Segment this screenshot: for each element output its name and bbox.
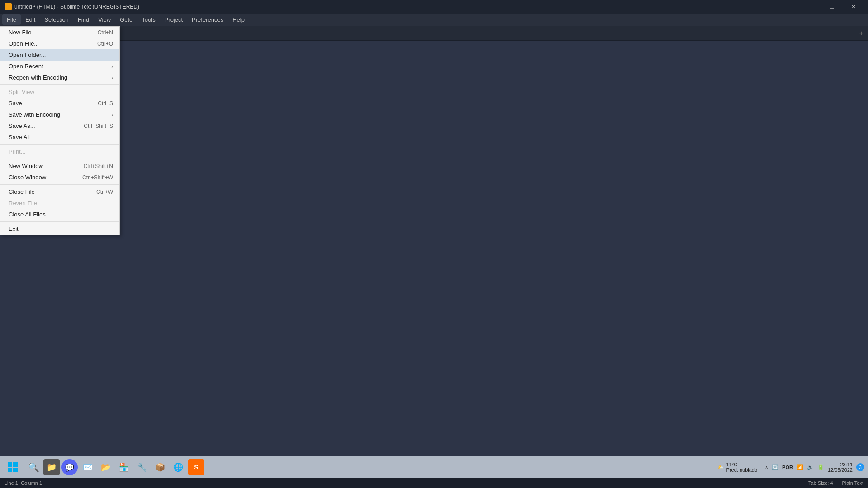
menu-item-shortcut: Ctrl+N [98,29,113,36]
menu-item-label: Save As... [9,122,84,129]
menu-item-close-all-files[interactable]: Close All Files [0,209,119,220]
menu-item-new-file[interactable]: New File Ctrl+N [0,27,119,38]
menu-separator [0,144,119,145]
menu-item-label: Open Folder... [9,52,113,58]
close-button[interactable]: ✕ [843,0,863,14]
wifi-icon[interactable]: 📶 [797,464,803,470]
menu-item-shortcut: Ctrl+O [97,41,113,47]
tab-add-button[interactable]: + [855,29,868,38]
time-display: 23:11 [828,462,853,467]
menu-item-label: Save All [9,134,113,141]
svg-rect-2 [8,468,12,472]
statusbar-right: Tab Size: 4 Plain Text [808,480,863,486]
menu-item-label: Open File... [9,40,97,47]
editor-area[interactable] [0,41,868,465]
weather-widget: 🌤️ 11°C Pred. nublado [714,461,762,474]
dropbox-button[interactable]: 📦 [152,459,168,475]
menu-item-exit[interactable]: Exit [0,223,119,235]
menu-item-save[interactable]: Save Ctrl+S [0,98,119,109]
menu-item-open-recent[interactable]: Open Recent › [0,61,119,72]
menu-item-shortcut: Ctrl+S [98,100,113,107]
folder-button[interactable]: 📂 [98,459,114,475]
menu-item-save-all[interactable]: Save All [0,131,119,143]
minimize-button[interactable]: — [801,0,821,14]
sublime-text-button[interactable]: S [188,459,204,475]
menu-goto[interactable]: Goto [115,14,137,25]
menu-item-new-window[interactable]: New Window Ctrl+Shift+N [0,160,119,172]
app-icon [5,3,12,10]
menu-item-label: Revert File [9,200,113,206]
file-menu-dropdown: New File Ctrl+N Open File... Ctrl+O Open… [0,26,120,235]
menu-file[interactable]: File [2,14,21,25]
store-button[interactable]: 🏪 [116,459,132,475]
volume-icon[interactable]: 🔊 [807,464,814,470]
svg-rect-0 [8,462,12,467]
submenu-arrow-icon: › [111,75,113,80]
window-title: untitled • (HTML) - Sublime Text (UNREGI… [14,4,801,10]
menu-item-close-file[interactable]: Close File Ctrl+W [0,186,119,197]
menu-item-label: Print... [9,148,113,155]
menu-item-label: Close All Files [9,211,113,218]
menu-item-reopen-encoding[interactable]: Reopen with Encoding › [0,72,119,83]
menu-preferences[interactable]: Preferences [187,14,228,25]
taskbar-right: 🌤️ 11°C Pred. nublado ∧ 🔄 POR 📶 🔊 🔋 23:1… [714,461,864,474]
menu-item-label: Reopen with Encoding [9,74,109,81]
weather-icon: 🌤️ [717,465,724,470]
discord-button[interactable]: 💬 [61,459,78,475]
file-explorer-button[interactable]: 📁 [43,459,60,475]
menu-separator [0,159,119,159]
menu-item-label: Save with Encoding [9,111,109,118]
menu-item-print[interactable]: Print... [0,146,119,157]
chrome-button[interactable]: 🌐 [170,459,186,475]
menu-find[interactable]: Find [73,14,94,25]
menu-item-revert-file[interactable]: Revert File [0,197,119,209]
language-indicator[interactable]: POR [782,465,793,470]
menu-item-open-folder[interactable]: Open Folder... [0,49,119,61]
submenu-arrow-icon: › [111,64,113,69]
menu-item-label: Open Recent [9,63,109,70]
menu-view[interactable]: View [94,14,115,25]
temperature: 11°C [726,462,758,467]
menu-item-shortcut: Ctrl+Shift+N [84,163,113,169]
menu-edit[interactable]: Edit [21,14,40,25]
tab-size: Tab Size: 4 [808,480,833,486]
menu-item-shortcut: Ctrl+Shift+S [84,123,113,129]
menu-item-label: Close File [9,188,96,195]
svg-rect-1 [13,462,18,467]
menu-item-open-file[interactable]: Open File... Ctrl+O [0,38,119,49]
menu-project[interactable]: Project [160,14,187,25]
menu-item-close-window[interactable]: Close Window Ctrl+Shift+W [0,172,119,183]
weather-info: 11°C Pred. nublado [726,462,758,473]
devtool-button[interactable]: 🔧 [134,459,150,475]
battery-icon[interactable]: 🔋 [817,464,824,470]
notification-badge[interactable]: 3 [856,463,864,471]
windows-logo-icon [7,462,18,473]
maximize-button[interactable]: ☐ [822,0,842,14]
statusbar: Line 1, Column 1 Tab Size: 4 Plain Text [0,478,868,488]
tray-icon-chevron[interactable]: ∧ [765,465,768,470]
taskbar: 🔍 📁 💬 ✉️ 📂 🏪 🔧 📦 🌐 S 🌤️ 11°C Pred. nubla… [0,456,868,478]
menu-item-save-as[interactable]: Save As... Ctrl+Shift+S [0,120,119,131]
menu-item-label: Close Window [9,174,82,181]
clock[interactable]: 23:11 12/05/2022 [828,462,853,473]
mail-button[interactable]: ✉️ [80,459,96,475]
menu-tools[interactable]: Tools [137,14,160,25]
menu-item-label: New File [9,29,98,36]
window-controls: — ☐ ✕ [801,0,863,14]
weather-desc: Pred. nublado [726,467,758,473]
search-taskbar-button[interactable]: 🔍 [25,459,42,475]
tray-icon-network[interactable]: 🔄 [772,464,778,470]
menu-separator [0,221,119,222]
tabbar: + [0,26,868,41]
menubar: File Edit Selection Find View Goto Tools… [0,14,868,26]
menu-item-split-view[interactable]: Split View [0,86,119,98]
menu-item-save-encoding[interactable]: Save with Encoding › [0,109,119,120]
menu-item-label: New Window [9,163,84,169]
submenu-arrow-icon: › [111,112,113,117]
start-button[interactable] [4,458,22,476]
menu-separator [0,84,119,85]
cursor-position: Line 1, Column 1 [5,480,42,486]
menu-item-label: Split View [9,89,113,95]
menu-help[interactable]: Help [228,14,249,25]
menu-selection[interactable]: Selection [40,14,73,25]
